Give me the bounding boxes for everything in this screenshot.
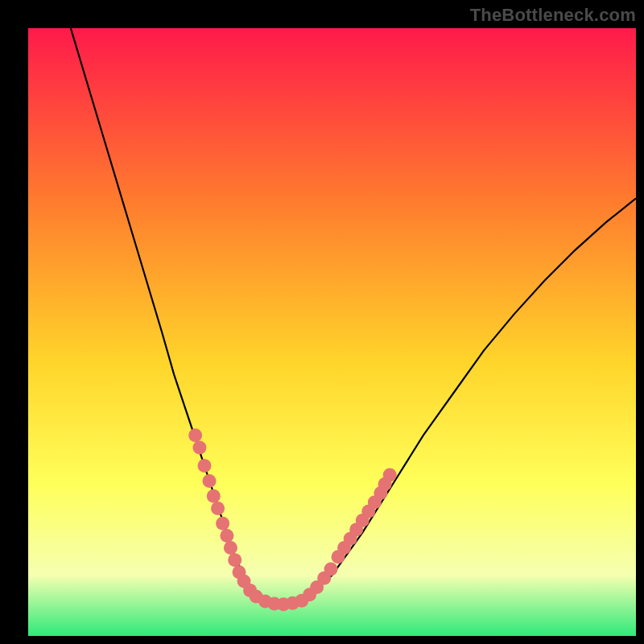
data-dot <box>202 474 216 488</box>
gradient-background <box>28 28 636 636</box>
data-dot <box>207 489 221 503</box>
plot-area <box>28 28 636 636</box>
data-dot <box>211 502 225 515</box>
data-dot <box>188 428 202 442</box>
data-dot <box>383 468 397 481</box>
data-dot <box>192 440 206 454</box>
data-dot <box>197 459 211 473</box>
data-dot <box>224 541 237 555</box>
data-dot <box>228 553 242 567</box>
chart-frame: TheBottleneck.com <box>0 0 644 644</box>
bottleneck-chart <box>28 28 636 636</box>
watermark-text: TheBottleneck.com <box>470 5 636 26</box>
data-dot <box>220 529 233 543</box>
data-dot <box>324 562 337 576</box>
data-dot <box>216 517 229 530</box>
